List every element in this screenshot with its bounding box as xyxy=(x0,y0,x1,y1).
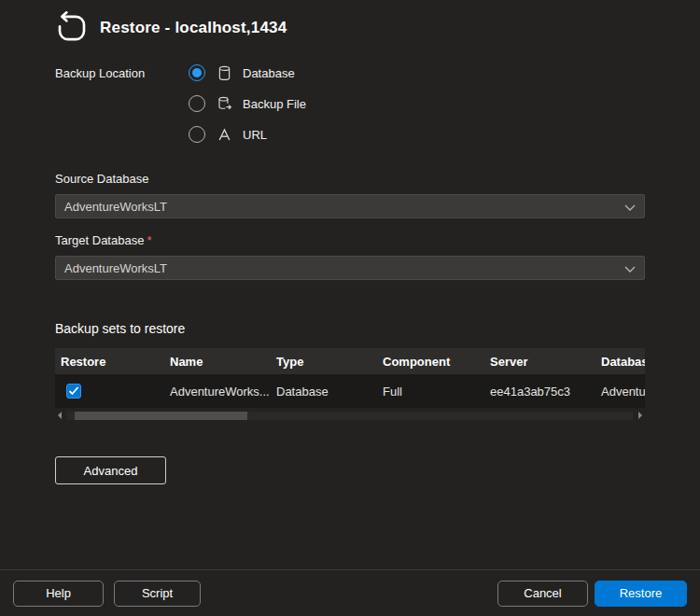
source-database-label: Source Database xyxy=(55,172,645,186)
scrollbar-thumb[interactable] xyxy=(75,412,247,420)
dialog-body: Backup Location Database xyxy=(0,63,700,484)
url-icon xyxy=(216,127,232,143)
table-header-row: Restore Name Type Component Server Datab… xyxy=(55,348,645,374)
backup-sets-title: Backup sets to restore xyxy=(55,321,645,336)
database-icon xyxy=(216,65,232,81)
restore-icon xyxy=(53,9,91,47)
chevron-down-icon xyxy=(624,200,636,214)
cell-type: Database xyxy=(271,385,377,399)
restore-checkbox[interactable] xyxy=(66,384,81,399)
radio-label-database: Database xyxy=(243,66,295,80)
chevron-down-icon xyxy=(624,261,636,275)
dialog-footer: Help Script Cancel Restore xyxy=(0,569,700,616)
scrollbar-track[interactable] xyxy=(67,412,633,420)
footer-right-buttons: Cancel Restore xyxy=(497,581,687,607)
column-header-type: Type xyxy=(271,355,377,369)
advanced-button[interactable]: Advanced xyxy=(55,456,166,484)
cell-name: AdventureWorks... xyxy=(164,385,271,399)
help-button[interactable]: Help xyxy=(13,581,104,607)
radio-button-url[interactable] xyxy=(189,126,205,143)
target-database-select[interactable]: AdventureWorksLT xyxy=(55,256,645,280)
backup-location-label: Backup Location xyxy=(55,63,189,144)
restore-button[interactable]: Restore xyxy=(595,581,687,607)
cancel-button[interactable]: Cancel xyxy=(497,581,588,607)
scroll-left-arrow[interactable] xyxy=(55,411,64,420)
radio-label-url: URL xyxy=(243,128,267,142)
cell-database: Adventu... xyxy=(595,385,645,399)
cell-component: Full xyxy=(377,385,484,399)
radio-button-database[interactable] xyxy=(189,64,205,81)
dialog-header: Restore - localhost,1434 xyxy=(0,0,700,47)
cell-server: ee41a3ab75c3 xyxy=(484,385,595,399)
table-row[interactable]: AdventureWorks... Database Full ee41a3ab… xyxy=(55,374,645,408)
column-header-server: Server xyxy=(484,355,595,369)
backup-file-icon xyxy=(216,96,232,112)
horizontal-scrollbar[interactable] xyxy=(55,410,645,421)
source-database-value: AdventureWorksLT xyxy=(64,200,167,214)
restore-dialog: Restore - localhost,1434 Backup Location… xyxy=(0,0,700,484)
radio-option-backup-file[interactable]: Backup File xyxy=(189,94,306,113)
column-header-database: Database xyxy=(595,355,645,369)
backup-location-section: Backup Location Database xyxy=(55,63,645,144)
source-database-select[interactable]: AdventureWorksLT xyxy=(55,194,645,218)
radio-option-url[interactable]: URL xyxy=(189,125,306,144)
radio-option-database[interactable]: Database xyxy=(189,63,306,82)
required-marker: * xyxy=(147,233,151,247)
target-database-label: Target Database* xyxy=(55,233,645,247)
scroll-right-arrow[interactable] xyxy=(636,411,645,420)
column-header-restore: Restore xyxy=(55,355,164,369)
radio-button-backup-file[interactable] xyxy=(189,95,205,112)
column-header-component: Component xyxy=(377,355,484,369)
dialog-title: Restore - localhost,1434 xyxy=(100,19,287,37)
backup-sets-table: Restore Name Type Component Server Datab… xyxy=(55,348,645,421)
column-header-name: Name xyxy=(164,355,271,369)
script-button[interactable]: Script xyxy=(114,581,201,607)
radio-label-backup-file: Backup File xyxy=(243,97,306,111)
target-database-value: AdventureWorksLT xyxy=(64,261,167,275)
backup-location-radio-group: Database Backup File xyxy=(189,63,306,144)
